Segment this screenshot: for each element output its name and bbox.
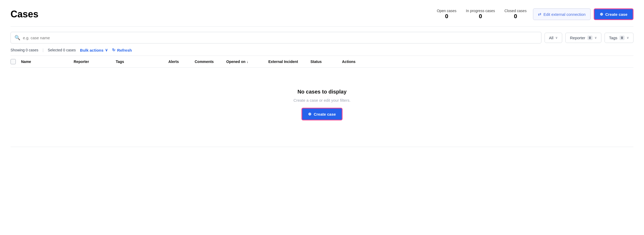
stat-inprogress-cases: In progress cases 0	[466, 9, 495, 20]
table-controls: Showing 0 cases | Selected 0 cases Bulk …	[11, 48, 633, 52]
showing-cases-text: Showing 0 cases	[11, 48, 38, 52]
stat-inprogress-label: In progress cases	[466, 9, 495, 13]
refresh-label: Refresh	[117, 48, 132, 52]
bulk-actions-chevron-icon: ∨	[105, 48, 108, 52]
edit-connection-icon: ⇄	[538, 12, 541, 17]
table-header-status: Status	[310, 60, 342, 64]
all-filter-label: All	[549, 36, 554, 40]
table-header-actions: Actions	[342, 60, 368, 64]
page-title: Cases	[11, 9, 38, 20]
table-header-opened-on[interactable]: Opened on ↓	[226, 60, 268, 64]
table-header-name: Name	[21, 60, 74, 64]
empty-state-title: No cases to display	[298, 89, 347, 95]
tags-filter-badge: 0	[620, 36, 625, 40]
stat-open-cases: Open cases 0	[437, 9, 456, 20]
stat-open-value: 0	[445, 13, 448, 20]
table-header-reporter: Reporter	[74, 60, 116, 64]
bottom-divider	[11, 147, 633, 147]
create-case-empty-button[interactable]: ⊕ Create case	[301, 108, 342, 120]
search-wrapper[interactable]: 🔍	[11, 32, 541, 43]
plus-circle-icon-empty: ⊕	[308, 112, 311, 116]
create-case-header-button[interactable]: ⊕ Create case	[594, 8, 633, 20]
stat-closed-label: Closed cases	[505, 9, 527, 13]
create-case-empty-label: Create case	[314, 112, 336, 116]
opened-on-sort-icon: ↓	[246, 60, 248, 64]
stat-closed-cases: Closed cases 0	[505, 9, 527, 20]
cases-table: Name Reporter Tags Alerts Comments Opene…	[11, 56, 633, 136]
plus-circle-icon-header: ⊕	[600, 12, 603, 17]
edit-external-label: Edit external connection	[544, 12, 586, 17]
tags-filter-chevron-icon: ∨	[627, 36, 629, 40]
refresh-icon: ↻	[112, 48, 115, 52]
reporter-filter-chevron-icon: ∨	[595, 36, 597, 40]
table-header-alerts: Alerts	[168, 60, 195, 64]
bulk-actions-label: Bulk actions	[80, 48, 103, 52]
stat-inprogress-value: 0	[479, 13, 482, 20]
filters-row: 🔍 All ∨ Reporter 0 ∨ Tags 0 ∨	[11, 32, 633, 43]
header-divider	[11, 26, 633, 27]
search-input[interactable]	[23, 36, 537, 40]
header-right: Open cases 0 In progress cases 0 Closed …	[437, 8, 633, 20]
header-actions: ⇄ Edit external connection ⊕ Create case	[533, 8, 633, 20]
create-case-header-label: Create case	[605, 12, 627, 17]
controls-separator: |	[43, 48, 44, 52]
tags-filter-dropdown[interactable]: Tags 0 ∨	[605, 33, 633, 43]
all-filter-chevron-icon: ∨	[555, 36, 558, 40]
refresh-button[interactable]: ↻ Refresh	[112, 48, 132, 52]
reporter-filter-badge: 0	[587, 36, 592, 40]
empty-state-subtitle: Create a case or edit your filters.	[294, 98, 351, 102]
table-header-comments: Comments	[195, 60, 226, 64]
table-header-tags: Tags	[116, 60, 168, 64]
stat-open-label: Open cases	[437, 9, 456, 13]
reporter-filter-label: Reporter	[570, 36, 585, 40]
empty-state: No cases to display Create a case or edi…	[11, 68, 633, 136]
stat-closed-value: 0	[514, 13, 517, 20]
tags-filter-label: Tags	[609, 36, 617, 40]
edit-external-connection-button[interactable]: ⇄ Edit external connection	[533, 8, 591, 20]
table-header-external-incident: External Incident	[268, 60, 310, 64]
search-icon: 🔍	[14, 35, 20, 41]
table-header: Name Reporter Tags Alerts Comments Opene…	[11, 56, 633, 68]
all-filter-dropdown[interactable]: All ∨	[545, 33, 562, 43]
reporter-filter-dropdown[interactable]: Reporter 0 ∨	[565, 33, 601, 43]
header-checkbox[interactable]	[11, 59, 16, 64]
stats-group: Open cases 0 In progress cases 0 Closed …	[437, 9, 526, 20]
page-header: Cases Open cases 0 In progress cases 0 C…	[11, 8, 633, 20]
bulk-actions-button[interactable]: Bulk actions ∨	[80, 48, 108, 52]
table-header-checkbox[interactable]	[11, 59, 21, 64]
selected-cases-text: Selected 0 cases	[48, 48, 76, 52]
